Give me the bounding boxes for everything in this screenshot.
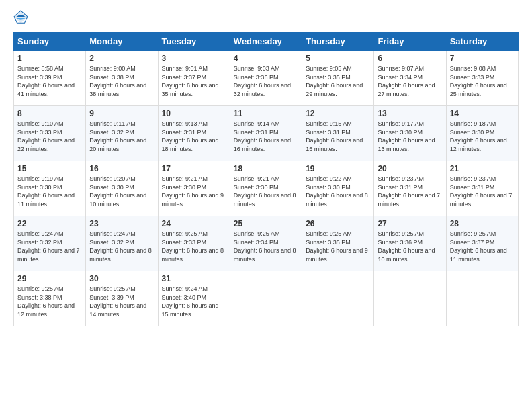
day-info: Sunrise: 9:22 AM Sunset: 3:30 PM Dayligh… — [306, 175, 370, 208]
day-number: 24 — [162, 219, 226, 228]
calendar-day-cell: 16 Sunrise: 9:20 AM Sunset: 3:30 PM Dayl… — [86, 161, 158, 216]
day-info: Sunrise: 9:25 AM Sunset: 3:39 PM Dayligh… — [89, 285, 154, 318]
day-info: Sunrise: 9:25 AM Sunset: 3:34 PM Dayligh… — [234, 230, 298, 263]
day-info: Sunrise: 9:24 AM Sunset: 3:40 PM Dayligh… — [162, 285, 226, 318]
day-number: 28 — [450, 219, 515, 228]
calendar-day-cell: 5 Sunrise: 9:05 AM Sunset: 3:35 PM Dayli… — [302, 51, 374, 106]
calendar-day-cell: 14 Sunrise: 9:18 AM Sunset: 3:30 PM Dayl… — [446, 106, 518, 161]
calendar-day-cell — [374, 271, 446, 326]
day-info: Sunrise: 9:21 AM Sunset: 3:30 PM Dayligh… — [234, 175, 298, 208]
day-info: Sunrise: 9:17 AM Sunset: 3:30 PM Dayligh… — [378, 120, 442, 153]
day-info: Sunrise: 9:08 AM Sunset: 3:33 PM Dayligh… — [450, 64, 515, 98]
calendar-day-cell: 24 Sunrise: 9:25 AM Sunset: 3:33 PM Dayl… — [158, 216, 230, 271]
calendar-week-row: 8 Sunrise: 9:10 AM Sunset: 3:33 PM Dayli… — [14, 106, 519, 161]
logo — [13, 10, 31, 25]
calendar-week-row: 15 Sunrise: 9:19 AM Sunset: 3:30 PM Dayl… — [14, 161, 519, 216]
day-number: 2 — [89, 54, 154, 63]
day-info: Sunrise: 9:19 AM Sunset: 3:30 PM Dayligh… — [17, 175, 82, 208]
day-info: Sunrise: 9:15 AM Sunset: 3:31 PM Dayligh… — [306, 120, 370, 153]
day-info: Sunrise: 9:14 AM Sunset: 3:31 PM Dayligh… — [234, 120, 298, 153]
day-number: 19 — [306, 164, 370, 173]
weekday-header-row: SundayMondayTuesdayWednesdayThursdayFrid… — [14, 32, 519, 51]
calendar-day-cell: 7 Sunrise: 9:08 AM Sunset: 3:33 PM Dayli… — [446, 51, 518, 106]
day-number: 7 — [450, 54, 515, 63]
calendar-day-cell: 1 Sunrise: 8:58 AM Sunset: 3:39 PM Dayli… — [14, 51, 86, 106]
calendar-day-cell: 26 Sunrise: 9:25 AM Sunset: 3:35 PM Dayl… — [302, 216, 374, 271]
day-info: Sunrise: 9:25 AM Sunset: 3:33 PM Dayligh… — [162, 230, 226, 263]
day-number: 31 — [162, 274, 226, 283]
day-number: 11 — [234, 109, 298, 118]
logo-icon — [13, 10, 28, 25]
day-info: Sunrise: 9:01 AM Sunset: 3:37 PM Dayligh… — [162, 64, 226, 98]
day-number: 27 — [378, 219, 442, 228]
day-info: Sunrise: 9:13 AM Sunset: 3:31 PM Dayligh… — [162, 120, 226, 153]
header — [13, 10, 519, 25]
calendar-day-cell: 17 Sunrise: 9:21 AM Sunset: 3:30 PM Dayl… — [158, 161, 230, 216]
day-info: Sunrise: 9:10 AM Sunset: 3:33 PM Dayligh… — [17, 120, 82, 153]
day-number: 3 — [162, 54, 226, 63]
calendar-week-row: 22 Sunrise: 9:24 AM Sunset: 3:32 PM Dayl… — [14, 216, 519, 271]
calendar-day-cell: 25 Sunrise: 9:25 AM Sunset: 3:34 PM Dayl… — [230, 216, 302, 271]
day-number: 29 — [17, 274, 82, 283]
calendar-day-cell — [230, 271, 302, 326]
day-info: Sunrise: 9:25 AM Sunset: 3:37 PM Dayligh… — [450, 230, 515, 263]
calendar-day-cell: 6 Sunrise: 9:07 AM Sunset: 3:34 PM Dayli… — [374, 51, 446, 106]
calendar-day-cell: 20 Sunrise: 9:23 AM Sunset: 3:31 PM Dayl… — [374, 161, 446, 216]
day-info: Sunrise: 9:25 AM Sunset: 3:38 PM Dayligh… — [17, 285, 82, 318]
day-number: 25 — [234, 219, 298, 228]
day-number: 18 — [234, 164, 298, 173]
day-number: 22 — [17, 219, 82, 228]
day-info: Sunrise: 9:23 AM Sunset: 3:31 PM Dayligh… — [450, 175, 515, 208]
calendar-day-cell: 27 Sunrise: 9:25 AM Sunset: 3:36 PM Dayl… — [374, 216, 446, 271]
weekday-header-sunday: Sunday — [14, 32, 86, 51]
calendar-day-cell — [302, 271, 374, 326]
day-number: 14 — [450, 109, 515, 118]
calendar-day-cell: 3 Sunrise: 9:01 AM Sunset: 3:37 PM Dayli… — [158, 51, 230, 106]
weekday-header-tuesday: Tuesday — [158, 32, 230, 51]
calendar-day-cell: 30 Sunrise: 9:25 AM Sunset: 3:39 PM Dayl… — [86, 271, 158, 326]
calendar-week-row: 1 Sunrise: 8:58 AM Sunset: 3:39 PM Dayli… — [14, 51, 519, 106]
day-info: Sunrise: 9:24 AM Sunset: 3:32 PM Dayligh… — [17, 230, 82, 263]
day-info: Sunrise: 9:20 AM Sunset: 3:30 PM Dayligh… — [89, 175, 154, 208]
day-number: 8 — [17, 109, 82, 118]
calendar-day-cell: 10 Sunrise: 9:13 AM Sunset: 3:31 PM Dayl… — [158, 106, 230, 161]
day-info: Sunrise: 9:05 AM Sunset: 3:35 PM Dayligh… — [306, 64, 370, 98]
day-number: 16 — [89, 164, 154, 173]
calendar-day-cell: 13 Sunrise: 9:17 AM Sunset: 3:30 PM Dayl… — [374, 106, 446, 161]
day-number: 10 — [162, 109, 226, 118]
weekday-header-monday: Monday — [86, 32, 158, 51]
day-info: Sunrise: 9:23 AM Sunset: 3:31 PM Dayligh… — [378, 175, 442, 208]
day-number: 5 — [306, 54, 370, 63]
day-number: 13 — [378, 109, 442, 118]
calendar-day-cell: 21 Sunrise: 9:23 AM Sunset: 3:31 PM Dayl… — [446, 161, 518, 216]
calendar-day-cell: 31 Sunrise: 9:24 AM Sunset: 3:40 PM Dayl… — [158, 271, 230, 326]
weekday-header-wednesday: Wednesday — [230, 32, 302, 51]
day-number: 15 — [17, 164, 82, 173]
calendar-day-cell — [446, 271, 518, 326]
day-info: Sunrise: 8:58 AM Sunset: 3:39 PM Dayligh… — [17, 64, 82, 98]
day-number: 26 — [306, 219, 370, 228]
calendar-day-cell: 19 Sunrise: 9:22 AM Sunset: 3:30 PM Dayl… — [302, 161, 374, 216]
weekday-header-saturday: Saturday — [446, 32, 518, 51]
calendar-day-cell: 4 Sunrise: 9:03 AM Sunset: 3:36 PM Dayli… — [230, 51, 302, 106]
calendar-week-row: 29 Sunrise: 9:25 AM Sunset: 3:38 PM Dayl… — [14, 271, 519, 326]
day-info: Sunrise: 9:00 AM Sunset: 3:38 PM Dayligh… — [89, 64, 154, 98]
day-number: 30 — [89, 274, 154, 283]
weekday-header-friday: Friday — [374, 32, 446, 51]
calendar-day-cell: 11 Sunrise: 9:14 AM Sunset: 3:31 PM Dayl… — [230, 106, 302, 161]
day-number: 21 — [450, 164, 515, 173]
day-number: 23 — [89, 219, 154, 228]
day-number: 17 — [162, 164, 226, 173]
day-number: 1 — [17, 54, 82, 63]
calendar-day-cell: 23 Sunrise: 9:24 AM Sunset: 3:32 PM Dayl… — [86, 216, 158, 271]
calendar-day-cell: 2 Sunrise: 9:00 AM Sunset: 3:38 PM Dayli… — [86, 51, 158, 106]
day-number: 20 — [378, 164, 442, 173]
calendar-day-cell: 29 Sunrise: 9:25 AM Sunset: 3:38 PM Dayl… — [14, 271, 86, 326]
day-number: 4 — [234, 54, 298, 63]
day-number: 12 — [306, 109, 370, 118]
day-info: Sunrise: 9:24 AM Sunset: 3:32 PM Dayligh… — [89, 230, 154, 263]
day-info: Sunrise: 9:03 AM Sunset: 3:36 PM Dayligh… — [234, 64, 298, 98]
day-info: Sunrise: 9:25 AM Sunset: 3:36 PM Dayligh… — [378, 230, 442, 263]
day-number: 9 — [89, 109, 154, 118]
calendar-day-cell: 15 Sunrise: 9:19 AM Sunset: 3:30 PM Dayl… — [14, 161, 86, 216]
